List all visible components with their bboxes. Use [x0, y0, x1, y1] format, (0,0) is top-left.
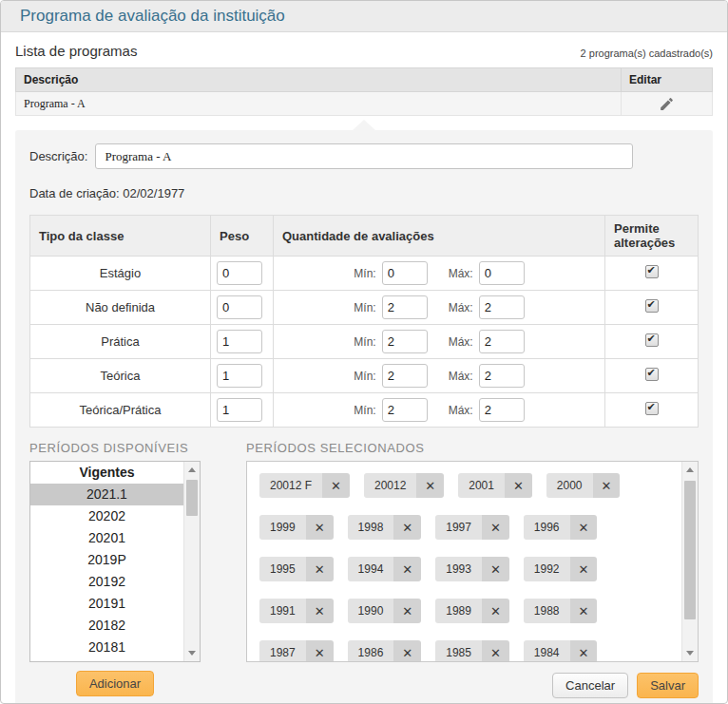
period-group-header: Vigentes: [30, 462, 183, 484]
max-input[interactable]: [479, 364, 525, 388]
selected-period-tag: 1989 ✕: [435, 599, 509, 623]
available-period-option[interactable]: 20182: [30, 615, 183, 637]
add-period-button[interactable]: Adicionar: [76, 671, 154, 696]
weight-input[interactable]: [217, 398, 262, 422]
class-types-table: Tipo da classe Peso Quantidade de avalia…: [29, 215, 699, 428]
weight-input[interactable]: [217, 364, 262, 388]
remove-period-icon[interactable]: ✕: [505, 473, 532, 498]
available-period-option[interactable]: 20192: [30, 571, 183, 593]
cancel-button[interactable]: Cancelar: [552, 673, 628, 698]
allow-changes-checkbox[interactable]: [645, 265, 659, 278]
selected-period-tag: 2000 ✕: [546, 473, 621, 498]
class-weight-cell: [211, 291, 274, 325]
scrollbar-thumb[interactable]: [186, 480, 198, 516]
available-period-option[interactable]: 2019P: [30, 549, 183, 571]
scroll-down-arrow-icon[interactable]: [184, 645, 201, 661]
remove-period-icon[interactable]: ✕: [482, 515, 509, 540]
available-period-option[interactable]: 2018.2V: [30, 658, 183, 661]
selected-period-tag: 1990 ✕: [348, 599, 422, 623]
edit-pencil-icon[interactable]: [659, 96, 675, 112]
description-input[interactable]: [95, 143, 633, 169]
allow-changes-cell: [605, 393, 699, 428]
period-tag-label: 1995: [259, 557, 306, 581]
min-input[interactable]: [382, 398, 428, 422]
period-tag-label: 20012 F: [259, 473, 322, 498]
remove-period-icon[interactable]: ✕: [306, 557, 334, 581]
scroll-down-arrow-icon[interactable]: [682, 645, 699, 661]
allow-changes-checkbox[interactable]: [645, 299, 659, 313]
weight-input[interactable]: [217, 261, 262, 285]
allow-changes-checkbox[interactable]: [645, 333, 659, 347]
period-tag-label: 1985: [435, 640, 482, 662]
period-tag-label: 1987: [259, 640, 306, 662]
remove-period-icon[interactable]: ✕: [482, 557, 509, 581]
remove-period-icon[interactable]: ✕: [393, 557, 421, 581]
remove-period-icon[interactable]: ✕: [570, 640, 598, 662]
class-type-name: Estágio: [30, 257, 211, 291]
available-period-option[interactable]: 20181: [30, 637, 183, 658]
program-list-heading: Lista de programas: [15, 43, 137, 59]
weight-input[interactable]: [217, 330, 262, 353]
program-description-cell: Programa - A: [16, 92, 622, 116]
remove-period-icon[interactable]: ✕: [570, 599, 598, 623]
available-periods-listbox: Vigentes2021.120202202012019P20192201912…: [29, 461, 201, 662]
remove-period-icon[interactable]: ✕: [482, 640, 509, 662]
remove-period-icon[interactable]: ✕: [570, 557, 598, 581]
remove-period-icon[interactable]: ✕: [306, 599, 334, 623]
scroll-up-arrow-icon[interactable]: [184, 462, 201, 478]
weight-input[interactable]: [217, 295, 262, 319]
program-count-text: 2 programa(s) cadastrado(s): [581, 48, 713, 59]
min-input[interactable]: [382, 364, 428, 388]
program-list-header: Lista de programas 2 programa(s) cadastr…: [15, 43, 713, 59]
selected-period-tag: 1992 ✕: [524, 557, 598, 581]
min-input[interactable]: [382, 330, 428, 353]
available-period-option[interactable]: 20191: [30, 593, 183, 615]
selected-period-tag: 1984 ✕: [524, 640, 598, 662]
program-table-row: Programa - A: [16, 92, 713, 116]
allow-changes-cell: [605, 325, 699, 359]
content-area: Lista de programas 2 programa(s) cadastr…: [1, 32, 727, 703]
remove-period-icon[interactable]: ✕: [393, 640, 421, 662]
class-table-header-row: Tipo da classe Peso Quantidade de avalia…: [30, 216, 699, 257]
remove-period-icon[interactable]: ✕: [593, 473, 621, 498]
program-detail-panel: Descrição: Data de criação: 02/02/1977 T…: [15, 130, 713, 704]
selected-period-tag: 1993 ✕: [435, 557, 509, 581]
min-input[interactable]: [382, 261, 428, 285]
allow-changes-checkbox[interactable]: [645, 368, 659, 381]
period-tag-label: 1997: [435, 515, 482, 540]
class-type-row: Não definida Mín: Máx:: [30, 291, 699, 325]
save-button[interactable]: Salvar: [637, 673, 699, 698]
allow-changes-checkbox[interactable]: [645, 402, 659, 415]
allow-changes-cell: [605, 359, 699, 393]
max-input[interactable]: [479, 261, 525, 285]
remove-period-icon[interactable]: ✕: [322, 473, 350, 498]
available-periods-column: PERÍODOS DISPONÍVEIS Vigentes2021.120202…: [29, 441, 201, 696]
period-tag-label: 1986: [348, 640, 394, 662]
remove-period-icon[interactable]: ✕: [482, 599, 509, 623]
scrollbar-thumb[interactable]: [684, 481, 696, 619]
min-input[interactable]: [382, 295, 428, 319]
selected-period-tag: 1994 ✕: [348, 557, 422, 581]
period-tag-label: 1988: [524, 599, 570, 623]
selected-period-tag: 1985 ✕: [435, 640, 509, 662]
available-period-option[interactable]: 2021.1: [30, 484, 183, 505]
period-tag-label: 1991: [259, 599, 306, 623]
remove-period-icon[interactable]: ✕: [306, 515, 334, 540]
class-type-row: Estágio Mín: Máx:: [30, 257, 699, 291]
class-type-name: Prática: [30, 325, 211, 359]
scroll-up-arrow-icon[interactable]: [682, 462, 699, 478]
available-listbox-scrollbar[interactable]: [183, 462, 200, 661]
available-period-option[interactable]: 20201: [30, 527, 183, 549]
class-type-name: Teórica: [30, 359, 211, 393]
remove-period-icon[interactable]: ✕: [393, 515, 421, 540]
remove-period-icon[interactable]: ✕: [570, 515, 598, 540]
remove-period-icon[interactable]: ✕: [306, 640, 334, 662]
max-input[interactable]: [479, 295, 525, 319]
remove-period-icon[interactable]: ✕: [416, 473, 444, 498]
selected-box-scrollbar[interactable]: [681, 462, 698, 661]
selected-period-tag: 2001 ✕: [458, 473, 532, 498]
available-period-option[interactable]: 20202: [30, 505, 183, 527]
max-input[interactable]: [479, 330, 525, 353]
max-input[interactable]: [479, 398, 525, 422]
remove-period-icon[interactable]: ✕: [393, 599, 421, 623]
